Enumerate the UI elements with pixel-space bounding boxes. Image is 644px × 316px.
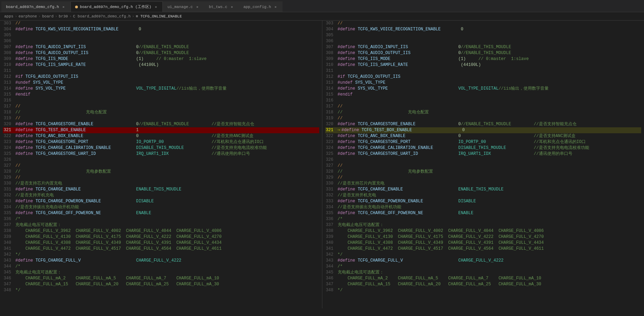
tab-close-3[interactable]: ✕: [195, 5, 200, 9]
breadcrumb-br30[interactable]: br30: [59, 14, 68, 18]
sep-3: ›: [55, 14, 57, 18]
sep-5: ›: [132, 14, 134, 18]
tab-label-2: board_ad697n_demo_cfg.h (工作区): [80, 4, 152, 9]
tab-ui-manage[interactable]: ui_manage.c ✕: [163, 1, 204, 12]
breadcrumb-apps[interactable]: apps: [4, 14, 13, 18]
right-code-container[interactable]: 303//304#define TCFG_KWS_VOICE_RECOGNITI…: [322, 21, 644, 308]
tab-label-5: app_config.h: [243, 5, 271, 9]
sep-4: ›: [69, 14, 72, 18]
app-window: board_ad697n_demo_cfg.h ✕ board_ad697n_d…: [0, 0, 644, 308]
sep-2: ›: [38, 14, 41, 18]
tab-label-3: ui_manage.c: [167, 5, 193, 9]
tab-close-5[interactable]: ✕: [273, 5, 278, 9]
tab-app-config[interactable]: app_config.h ✕: [239, 1, 283, 12]
tab-bt-tws[interactable]: bt_tws.c ✕: [204, 1, 239, 12]
right-pane: 303//304#define TCFG_KWS_VOICE_RECOGNITI…: [322, 21, 644, 308]
tab-close-4[interactable]: ✕: [229, 5, 234, 9]
tab-board-ad697n-1[interactable]: board_ad697n_demo_cfg.h ✕: [1, 1, 71, 12]
tab-board-ad697n-2[interactable]: board_ad697n_demo_cfg.h (工作区) ✕: [71, 1, 163, 12]
tab-bar: board_ad697n_demo_cfg.h ✕ board_ad697n_d…: [0, 0, 644, 12]
left-code-container[interactable]: 303//304#define TCFG_KWS_VOICE_RECOGNITI…: [0, 21, 322, 308]
tab-close-2[interactable]: ✕: [153, 5, 158, 9]
sep-1: ›: [15, 14, 17, 18]
right-code[interactable]: 303//304#define TCFG_KWS_VOICE_RECOGNITI…: [322, 21, 644, 308]
breadcrumb-file[interactable]: C board_ad697n_demo_cfg.h: [73, 14, 131, 18]
editor-area: 303//304#define TCFG_KWS_VOICE_RECOGNITI…: [0, 21, 644, 308]
left-pane: 303//304#define TCFG_KWS_VOICE_RECOGNITI…: [0, 21, 322, 308]
tab-dot-2: [75, 6, 78, 8]
breadcrumb-symbol[interactable]: ≡ TCFG_ONLINE_ENABLE: [136, 14, 182, 18]
breadcrumb-earphone[interactable]: earphone: [19, 14, 37, 18]
tab-label-1: board_ad697n_demo_cfg.h: [6, 5, 59, 9]
breadcrumb: apps › earphone › board › br30 › C board…: [0, 12, 644, 21]
left-code[interactable]: 303//304#define TCFG_KWS_VOICE_RECOGNITI…: [0, 21, 322, 308]
tab-close-1[interactable]: ✕: [61, 5, 66, 9]
tab-label-4: bt_tws.c: [209, 5, 227, 9]
breadcrumb-board[interactable]: board: [42, 14, 53, 18]
